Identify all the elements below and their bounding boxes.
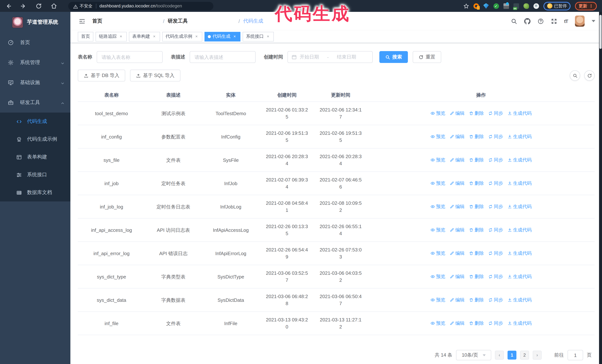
edit-link[interactable]: 编辑 xyxy=(450,320,464,327)
edit-link[interactable]: 编辑 xyxy=(450,296,464,303)
browser-home-icon[interactable] xyxy=(51,3,57,9)
range-start-placeholder[interactable]: 开始日期 xyxy=(300,54,319,60)
address-bar[interactable]: 不安全 dashboard.yudao.iocoder.cn /tool/cod… xyxy=(68,2,213,10)
generate-code-link[interactable]: 生成代码 xyxy=(507,203,532,210)
tab-tracing[interactable]: 链路追踪× xyxy=(96,32,127,41)
reset-button[interactable]: 重置 xyxy=(413,51,441,63)
generate-code-link[interactable]: 生成代码 xyxy=(507,180,532,187)
delete-link[interactable]: 删除 xyxy=(469,156,484,164)
sidebar-item-codegen-example[interactable]: 代码生成示例 xyxy=(0,130,70,148)
edit-link[interactable]: 编辑 xyxy=(450,227,464,233)
user-avatar[interactable] xyxy=(575,16,585,27)
browser-reload-icon[interactable] xyxy=(36,3,42,9)
preview-link[interactable]: 预览 xyxy=(430,110,445,117)
sidebar-item-codegen[interactable]: 代码生成 xyxy=(0,113,70,130)
close-icon[interactable]: × xyxy=(232,34,237,39)
generate-code-link[interactable]: 生成代码 xyxy=(507,133,532,140)
sync-link[interactable]: 同步 xyxy=(488,250,503,257)
generate-code-link[interactable]: 生成代码 xyxy=(507,250,532,257)
url-path[interactable]: /tool/codegen xyxy=(155,3,182,9)
sync-link[interactable]: 同步 xyxy=(488,110,503,117)
extension-icon-4[interactable] xyxy=(503,3,509,9)
browser-forward-icon[interactable] xyxy=(20,3,27,9)
sync-link[interactable]: 同步 xyxy=(488,156,503,164)
extension-icon-1[interactable] xyxy=(473,3,479,9)
delete-link[interactable]: 删除 xyxy=(469,180,484,187)
refresh-table-button[interactable] xyxy=(584,70,595,81)
generate-code-link[interactable]: 生成代码 xyxy=(507,320,532,327)
profile-paused-badge[interactable]: 已暂停 xyxy=(543,2,570,10)
sidebar-item-home[interactable]: 首页 xyxy=(0,32,70,52)
generate-code-link[interactable]: 生成代码 xyxy=(507,110,532,117)
preview-link[interactable]: 预览 xyxy=(430,156,445,164)
delete-link[interactable]: 删除 xyxy=(469,296,484,303)
tab-home[interactable]: 首页 xyxy=(78,32,93,41)
sidebar-collapse-icon[interactable] xyxy=(79,18,85,24)
close-icon[interactable]: × xyxy=(118,34,123,39)
fullscreen-icon[interactable] xyxy=(551,18,557,24)
preview-link[interactable]: 预览 xyxy=(430,320,445,327)
close-icon[interactable]: × xyxy=(152,34,157,39)
preview-link[interactable]: 预览 xyxy=(430,203,445,210)
sync-link[interactable]: 同步 xyxy=(488,180,503,187)
page-button-2[interactable]: 2 xyxy=(520,351,529,360)
preview-link[interactable]: 预览 xyxy=(430,296,445,303)
delete-link[interactable]: 删除 xyxy=(469,273,484,280)
table-name-input[interactable] xyxy=(97,51,163,63)
edit-link[interactable]: 编辑 xyxy=(450,133,464,140)
import-db-button[interactable]: 基于 DB 导入 xyxy=(78,70,125,82)
tab-codegen-example[interactable]: 代码生成示例× xyxy=(162,32,202,41)
font-size-icon[interactable]: tT xyxy=(564,18,568,24)
edit-link[interactable]: 编辑 xyxy=(450,110,464,117)
preview-link[interactable]: 预览 xyxy=(430,227,445,233)
breadcrumb-home[interactable]: 首页 xyxy=(92,18,160,24)
next-page-button[interactable]: › xyxy=(533,351,542,360)
delete-link[interactable]: 删除 xyxy=(469,320,484,327)
page-size-select[interactable]: 10条/页 xyxy=(456,350,491,360)
tab-system-api[interactable]: 系统接口× xyxy=(243,32,274,41)
preview-link[interactable]: 预览 xyxy=(430,250,445,257)
delete-link[interactable]: 删除 xyxy=(469,203,484,210)
sync-link[interactable]: 同步 xyxy=(488,227,503,233)
delete-link[interactable]: 删除 xyxy=(469,133,484,140)
search-button[interactable]: 搜索 xyxy=(379,51,408,63)
edit-link[interactable]: 编辑 xyxy=(450,156,464,164)
date-range-picker[interactable]: 开始日期 - 结束日期 xyxy=(288,51,373,63)
scrollbar-thumb[interactable] xyxy=(599,15,602,49)
edit-link[interactable]: 编辑 xyxy=(450,203,464,210)
close-icon[interactable]: × xyxy=(194,34,199,39)
sidebar-item-system-api[interactable]: 系统接口 xyxy=(0,166,70,184)
toggle-search-button[interactable] xyxy=(570,70,580,81)
tab-codegen[interactable]: 代码生成× xyxy=(204,32,240,41)
close-icon[interactable]: × xyxy=(266,34,270,39)
range-end-placeholder[interactable]: 结束日期 xyxy=(337,54,356,60)
app-logo-row[interactable]: 芋道管理系统 xyxy=(0,12,70,32)
sidebar-item-db-docs[interactable]: 数据库文档 xyxy=(0,184,70,201)
page-button-1[interactable]: 1 xyxy=(507,351,516,360)
extension-icon-2[interactable] xyxy=(483,3,489,9)
sidebar-item-system[interactable]: 系统管理 xyxy=(0,52,70,73)
edit-link[interactable]: 编辑 xyxy=(450,250,464,257)
delete-link[interactable]: 删除 xyxy=(469,110,484,117)
preview-link[interactable]: 预览 xyxy=(430,273,445,280)
preview-link[interactable]: 预览 xyxy=(430,133,445,140)
extension-icon-5[interactable]: on xyxy=(513,3,519,9)
delete-link[interactable]: 删除 xyxy=(469,227,484,233)
browser-scrollbar[interactable] xyxy=(599,12,602,364)
sidebar-item-devtools[interactable]: 研发工具 xyxy=(0,93,70,113)
bookmark-star-icon[interactable] xyxy=(463,3,469,9)
sync-link[interactable]: 同步 xyxy=(488,133,503,140)
edit-link[interactable]: 编辑 xyxy=(450,273,464,280)
generate-code-link[interactable]: 生成代码 xyxy=(507,273,532,280)
breadcrumb-section[interactable]: 研发工具 xyxy=(168,18,235,24)
sidebar-item-form-builder[interactable]: 表单构建 xyxy=(0,148,70,166)
extension-icon-6[interactable] xyxy=(523,3,529,9)
generate-code-link[interactable]: 生成代码 xyxy=(507,156,532,164)
sync-link[interactable]: 同步 xyxy=(488,296,503,303)
not-secure-label[interactable]: 不安全 xyxy=(80,3,92,9)
browser-back-icon[interactable] xyxy=(5,3,11,9)
browser-menu-dots-icon[interactable]: ⋮ xyxy=(589,4,593,8)
prev-page-button[interactable]: ‹ xyxy=(495,351,504,360)
search-icon[interactable] xyxy=(511,18,517,24)
extension-icon-7[interactable]: ✱ xyxy=(533,3,539,9)
